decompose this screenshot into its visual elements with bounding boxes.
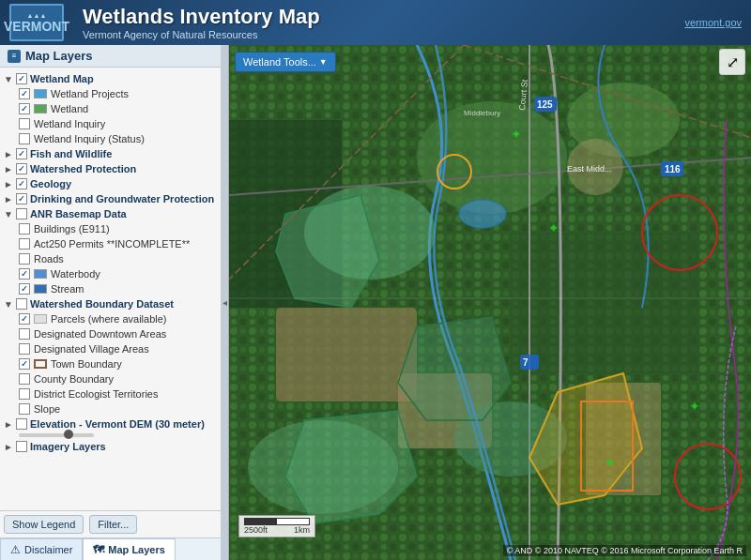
group-checkbox-elevation[interactable] [16,418,27,430]
list-item[interactable]: Stream [15,281,221,296]
layer-label-parcels: Parcels (where available) [51,313,167,325]
elevation-slider-track[interactable] [19,433,94,437]
map-area[interactable]: Court St Middlebury East Midd... [229,45,751,560]
map-overlay-svg: ✦ ✦ ✦ ✦ 116 7 125 [229,45,751,560]
scale-bar: 2500ft 1km [238,515,315,537]
list-item[interactable]: Wetland Inquiry (Status) [15,131,221,146]
scale-line [244,518,310,525]
layers-panel[interactable]: ▼ Wetland Map Wetland Projects Wetland [0,68,221,510]
filter-button[interactable]: Filter... [89,515,137,534]
layer-checkbox-village[interactable] [19,343,30,355]
layer-group-label-wetland-map: Wetland Map [30,73,94,84]
elevation-slider-thumb[interactable] [64,430,73,439]
tab-map-layers[interactable]: 🗺 Map Layers [83,538,176,560]
layer-checkbox-buildings[interactable] [19,223,30,235]
show-legend-button[interactable]: Show Legend [4,515,84,534]
expand-icon: ▼ [4,74,13,84]
title-area: Wetlands Inventory Map Vermont Agency of… [83,5,320,40]
layer-group-header-geology[interactable]: ► Geology [0,176,221,191]
layer-label-wetland-projects: Wetland Projects [51,88,129,99]
layer-group-label-watershed-protection: Watershed Protection [30,163,136,174]
svg-point-27 [459,200,506,228]
layer-label-stream: Stream [51,283,84,295]
list-item[interactable]: Wetland Projects [15,86,221,101]
layer-group-drinking-groundwater: ► Drinking and Groundwater Protection [0,191,221,206]
layer-checkbox-town-boundary[interactable] [19,358,30,370]
layer-checkbox-wetland[interactable] [19,103,30,114]
layer-checkbox-waterbody[interactable] [19,268,30,280]
layer-label-wetland-inquiry: Wetland Inquiry [34,118,105,129]
list-item[interactable]: Town Boundary [15,356,221,371]
layer-checkbox-wetland-inquiry-status[interactable] [19,133,30,144]
layer-group-header-imagery[interactable]: ► Imagery Layers [0,439,221,454]
layer-swatch-stream [34,284,47,294]
layer-checkbox-district-ecologist[interactable] [19,388,30,400]
group-checkbox-drinking-groundwater[interactable] [16,193,27,204]
group-checkbox-anr-basemap[interactable] [16,208,27,219]
list-item[interactable]: Buildings (E911) [15,221,221,236]
group-checkbox-watershed-protection[interactable] [16,163,27,174]
layer-label-district-ecologist: District Ecologist Territories [34,388,158,400]
list-item[interactable]: Wetland Inquiry [15,116,221,131]
sidebar-header-label: Map Layers [25,49,93,63]
group-checkbox-geology[interactable] [16,178,27,189]
layer-label-village: Designated Village Areas [34,343,149,355]
layer-label-waterbody: Waterbody [51,268,100,280]
layer-checkbox-wetland-inquiry[interactable] [19,118,30,129]
layer-label-slope: Slope [34,403,60,415]
expand-icon: ► [4,419,13,430]
layer-label-downtown: Designated Downtown Areas [34,328,166,340]
map-layers-icon: ≡ [8,50,21,63]
map-fullscreen-button[interactable]: ⤢ [719,49,745,75]
layer-group-header-drinking-groundwater[interactable]: ► Drinking and Groundwater Protection [0,191,221,206]
layer-items-watershed-boundary: Parcels (where available) Designated Dow… [0,311,221,416]
gov-link[interactable]: vermont.gov [684,17,742,28]
group-checkbox-wetland-map[interactable] [16,73,27,84]
layer-group-anr-basemap: ▼ ANR Basemap Data Buildings (E911) Act2… [0,206,221,296]
layer-checkbox-roads[interactable] [19,253,30,265]
layer-group-header-elevation[interactable]: ► Elevation - Vermont DEM (30 meter) [0,416,221,431]
svg-text:✦: ✦ [689,399,700,414]
group-checkbox-imagery[interactable] [16,441,27,452]
layer-label-roads: Roads [34,253,64,265]
layer-group-label-geology: Geology [30,178,71,189]
list-item[interactable]: Wetland [15,101,221,116]
sidebar-resize-handle[interactable]: ◂ [222,45,229,560]
logo-area: ▲▲▲ VERMONT Wetlands Inventory Map Vermo… [9,4,320,41]
list-item[interactable]: Designated Village Areas [15,341,221,356]
list-item[interactable]: Slope [15,401,221,416]
layer-checkbox-slope[interactable] [19,403,30,415]
layer-checkbox-act250[interactable] [19,238,30,250]
map-layers-tab-icon: 🗺 [93,543,104,556]
list-item[interactable]: Roads [15,251,221,266]
svg-text:125: 125 [537,99,553,110]
layer-checkbox-downtown[interactable] [19,328,30,340]
list-item[interactable]: Parcels (where available) [15,311,221,326]
group-checkbox-watershed-boundary[interactable] [16,298,27,310]
layer-group-header-anr-basemap[interactable]: ▼ ANR Basemap Data [0,206,221,221]
scale-ruler [244,518,310,525]
layer-checkbox-parcels[interactable] [19,313,30,325]
layer-group-header-wetland-map[interactable]: ▼ Wetland Map [0,71,221,86]
svg-text:116: 116 [665,164,681,174]
list-item[interactable]: County Boundary [15,371,221,386]
svg-text:✦: ✦ [605,455,616,470]
list-item[interactable]: District Ecologist Territories [15,386,221,401]
layer-label-county-boundary: County Boundary [34,373,114,385]
layer-checkbox-wetland-projects[interactable] [19,88,30,99]
expand-icon: ► [4,194,13,204]
group-checkbox-fish-wildlife[interactable] [16,148,27,159]
list-item[interactable]: Designated Downtown Areas [15,326,221,341]
layer-group-header-watershed-boundary[interactable]: ▼ Watershed Boundary Dataset [0,296,221,311]
svg-line-30 [464,45,751,139]
tab-disclaimer[interactable]: ⚠ Disclaimer [0,538,83,560]
layer-checkbox-stream[interactable] [19,283,30,295]
list-item[interactable]: Act250 Permits **INCOMPLETE** [15,236,221,251]
expand-icon: ▼ [4,299,13,310]
list-item[interactable]: Waterbody [15,266,221,281]
layer-group-header-fish-wildlife[interactable]: ► Fish and Wildlife [0,146,221,161]
layer-checkbox-county-boundary[interactable] [19,373,30,385]
wetland-tools-button[interactable]: Wetland Tools... ▼ [235,52,336,72]
layer-swatch-wetland [34,104,47,114]
layer-group-header-watershed-protection[interactable]: ► Watershed Protection [0,161,221,176]
